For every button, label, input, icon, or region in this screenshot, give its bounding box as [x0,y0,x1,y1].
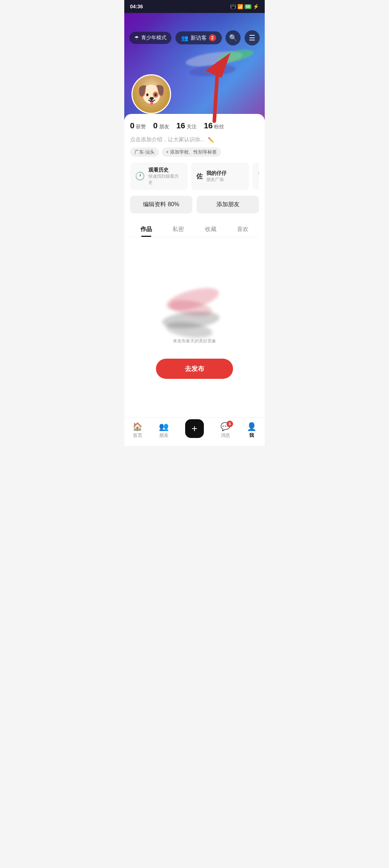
followers-label: 粉丝 [214,124,224,130]
add-tags-button[interactable]: + 添加学校、性别等标签 [162,147,221,157]
new-visitor-button[interactable]: 👥 新访客 2 [175,31,222,44]
messages-icon: 💬 6 [220,422,230,431]
watch-history-title: 观看历史 [148,167,183,173]
visitors-icon: 👥 [181,35,188,41]
tab-favorites[interactable]: 收藏 [194,221,227,237]
bottom-nav: 🏠 首页 👥 朋友 + 💬 6 消息 👤 我 [124,417,265,446]
add-friend-button[interactable]: 添加朋友 [197,196,259,213]
bookmark-card[interactable]: 🔖 收藏 [252,163,259,190]
status-icons: 📳 📶 68 ⚡ [230,4,259,9]
tags-row: 广东·汕头 + 添加学校、性别等标签 [130,147,259,157]
content-area: 来发布春天的美好景象 去发布 [124,237,265,417]
edit-bio-icon[interactable]: ✏️ [208,137,214,143]
nav-home[interactable]: 🏠 首页 [133,422,142,439]
search-button[interactable]: 🔍 [225,30,241,45]
followers-stat[interactable]: 16 粉丝 [204,121,224,130]
plus-icon: + [192,423,197,434]
my-pet-title: 我的仔仔 [206,170,227,177]
location-tag[interactable]: 广东·汕头 [130,147,159,157]
nav-me[interactable]: 👤 我 [247,422,256,439]
youth-mode-button[interactable]: ☂ 青少年模式 [129,32,171,44]
my-pet-subtitle: 朋友广场 [206,177,227,183]
bio-row[interactable]: 点击添加介绍，让大家认识你... ✏️ [130,136,259,143]
watch-history-subtitle: 快速找到观看历史 [148,173,183,186]
action-buttons: 编辑资料 80% 添加朋友 [130,196,259,213]
nav-messages-label: 消息 [221,432,230,439]
empty-text: 来发布春天的美好景象 [173,338,216,344]
publish-button[interactable]: 去发布 [156,359,233,379]
tab-works-label: 作品 [140,226,152,232]
stats-row: 0 获赞 0 朋友 16 关注 16 粉丝 [130,121,259,130]
friends-stat[interactable]: 0 朋友 [153,121,169,130]
avatar-image: 🐶 [133,75,170,113]
new-visitor-label: 新访客 [191,35,207,41]
followers-count: 16 [204,121,213,130]
flash-icon: ⚡ [253,4,259,9]
header: ☂ 青少年模式 👥 新访客 2 🔍 ☰ [124,26,265,50]
tab-private-label: 私密 [173,226,184,232]
message-badge: 6 [227,421,233,427]
status-time: 04:36 [130,4,143,9]
status-bar: 04:36 📳 📶 68 ⚡ [124,0,265,13]
tab-works[interactable]: 作品 [130,221,162,237]
following-stat[interactable]: 16 关注 [176,121,197,130]
following-count: 16 [176,121,185,130]
likes-count: 0 [130,121,134,130]
nav-home-label: 首页 [133,432,142,439]
bookmark-icon: 🔖 [258,172,259,181]
friends-label: 朋友 [159,124,169,130]
brush-strokes-decoration [182,49,254,92]
friends-count: 0 [153,121,157,130]
menu-button[interactable]: ☰ [245,30,260,45]
tab-likes[interactable]: 喜欢 [227,221,259,237]
nav-messages[interactable]: 💬 6 消息 [220,422,230,439]
nav-friends[interactable]: 👥 朋友 [159,422,169,439]
battery-indicator: 68 [245,4,251,9]
pet-icon: 佐 [196,172,203,181]
tab-likes-label: 喜欢 [237,226,249,232]
nav-friends-label: 朋友 [159,432,169,439]
empty-illustration: 来发布春天的美好景象 [158,276,231,348]
nav-me-label: 我 [249,432,254,439]
search-icon: 🔍 [229,34,237,42]
vibrate-icon: 📳 [230,4,236,9]
watch-history-text: 观看历史 快速找到观看历史 [148,167,183,186]
my-pet-text: 我的仔仔 朋友广场 [206,170,227,183]
following-label: 关注 [187,124,197,130]
hero-section: 🐶 ☂ 青少年模式 👥 新访客 2 🔍 ☰ [124,13,265,121]
bio-text: 点击添加介绍，让大家认识你... [130,136,205,143]
history-icon: 🕐 [135,172,145,181]
youth-mode-icon: ☂ [134,35,139,41]
my-pet-card[interactable]: 佐 我的仔仔 朋友广场 [191,163,249,190]
youth-mode-label: 青少年模式 [141,35,166,41]
nav-create-button[interactable]: + [185,419,204,438]
tab-private[interactable]: 私密 [162,221,195,237]
edit-profile-button[interactable]: 编辑资料 80% [130,196,192,213]
profile-section: 0 获赞 0 朋友 16 关注 16 粉丝 点击添加介绍，让大家认识你... ✏… [124,114,265,237]
likes-label: 获赞 [136,124,146,130]
quick-actions-row: 🕐 观看历史 快速找到观看历史 佐 我的仔仔 朋友广场 🔖 收藏 [130,163,259,190]
hamburger-icon: ☰ [249,34,255,42]
home-icon: 🏠 [133,422,142,431]
watch-history-card[interactable]: 🕐 观看历史 快速找到观看历史 [130,163,188,190]
tab-favorites-label: 收藏 [205,226,216,232]
avatar[interactable]: 🐶 [131,74,171,114]
likes-stat[interactable]: 0 获赞 [130,121,146,130]
wifi-icon: 📶 [237,4,243,9]
friends-icon: 👥 [159,422,169,431]
me-icon: 👤 [247,422,256,431]
visitor-count-badge: 2 [209,34,216,41]
tabs-row: 作品 私密 收藏 喜欢 [130,221,259,237]
